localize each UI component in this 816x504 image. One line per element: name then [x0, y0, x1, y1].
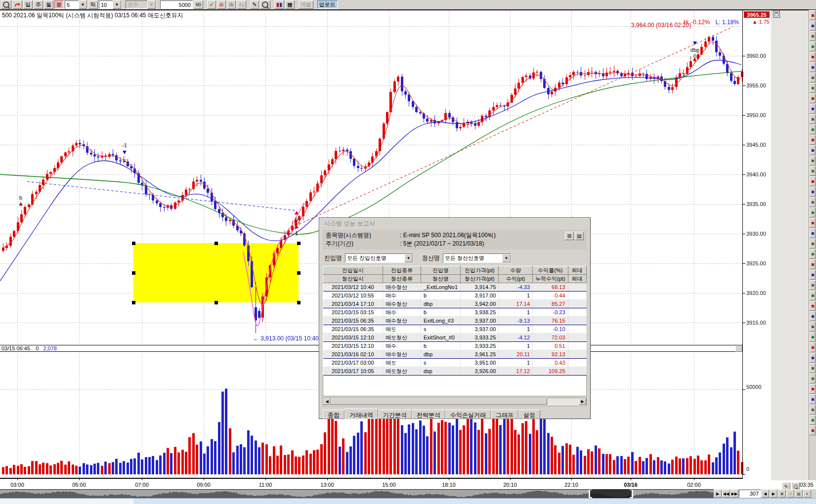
side-toolbar-button[interactable]	[810, 31, 816, 41]
upload-button[interactable]: 업로드	[317, 0, 338, 9]
grid-table-icon[interactable]: ▦	[285, 0, 294, 9]
side-toolbar-button[interactable]	[810, 425, 816, 435]
side-toolbar-button[interactable]	[810, 239, 816, 249]
dialog-titlebar[interactable]: 시스템 성능 보고서	[319, 218, 590, 229]
draw-chart-icon[interactable]: ✎	[250, 0, 259, 9]
trade-column-header[interactable]: 청산명	[421, 275, 460, 283]
scroll-left-icon[interactable]: ◀	[323, 398, 331, 405]
trade-row[interactable]: 2021/03/17 03:00매도s3,951.0010.43	[323, 359, 587, 367]
side-toolbar-button[interactable]	[810, 218, 816, 228]
bar-count-input[interactable]: 5000	[160, 0, 193, 9]
horizontal-scrollbar[interactable]: ◀ ▶	[323, 398, 587, 406]
side-toolbar-button[interactable]	[810, 249, 816, 259]
side-toolbar-button[interactable]	[810, 259, 816, 269]
trade-column-header[interactable]: 수익(pt)	[499, 275, 533, 283]
side-toolbar-button[interactable]	[810, 394, 816, 404]
navigator-canvas[interactable]	[0, 489, 714, 498]
chevron-down-icon[interactable]: ▼	[79, 0, 87, 9]
go-last-icon[interactable]: ▶	[770, 490, 777, 498]
candle-chart-icon[interactable]: ▮▮	[274, 0, 284, 9]
side-toolbar-button[interactable]	[810, 156, 816, 166]
trade-column-header[interactable]: 청산일시	[323, 275, 383, 283]
side-toolbar-button[interactable]	[810, 270, 816, 280]
side-toolbar-button[interactable]	[810, 342, 816, 352]
trade-row[interactable]: 2021/03/15 12:10매도청산ExitShort_#03,933.25…	[323, 334, 587, 342]
trade-row[interactable]: 2021/03/15 12:10매수b3,933.2510.51	[323, 342, 587, 350]
trade-column-header[interactable]: 최대	[568, 275, 586, 283]
side-toolbar-button[interactable]	[810, 405, 816, 415]
side-toolbar-button[interactable]	[810, 73, 816, 83]
side-toolbar-button[interactable]	[810, 135, 816, 145]
dialog-tab-수익손실거래[interactable]: 수익손실거래	[445, 410, 491, 419]
period-day-button[interactable]: 일	[23, 0, 33, 9]
side-toolbar-button[interactable]	[810, 62, 816, 72]
divider-button[interactable]	[735, 345, 742, 352]
exit-filter-combo[interactable]: 모든 청산신호명 ▼	[443, 253, 511, 263]
trade-row[interactable]: 2021/03/15 06:35매수청산ExitLong_#33,937.00-…	[323, 317, 587, 325]
dialog-tab-거래내역[interactable]: 거래내역	[344, 409, 378, 419]
trade-column-header[interactable]: 진입종류	[383, 266, 421, 275]
dialog-tab-기간분석[interactable]: 기간분석	[378, 410, 412, 419]
dialog-tab-종합[interactable]: 종합	[323, 410, 344, 419]
search-chart-icon[interactable]	[260, 0, 270, 9]
tick-button[interactable]: 틱	[88, 0, 98, 9]
side-toolbar-button[interactable]	[810, 332, 816, 342]
dialog-tab-설정[interactable]: 설정	[518, 410, 540, 419]
scrollbar-thumb[interactable]	[331, 398, 547, 405]
side-toolbar-button[interactable]	[810, 197, 816, 207]
volume-bars-icon[interactable]: ılı	[227, 0, 236, 9]
trade-row[interactable]: 2021/03/12 10:55매수b3,917.0010.44	[323, 292, 587, 300]
side-toolbar-button[interactable]	[810, 187, 816, 197]
side-toolbar-button[interactable]	[810, 83, 816, 93]
trade-row[interactable]: 2021/03/16 02:10매수청산dbp3,961.2520.1192.1…	[323, 350, 587, 359]
side-toolbar-button[interactable]	[810, 114, 816, 124]
side-toolbar-button[interactable]	[810, 280, 816, 290]
rewind-icon[interactable]: ◀◀	[722, 490, 730, 498]
volume-bars-red-icon[interactable]: ılı	[217, 0, 226, 9]
trade-column-header[interactable]: 수익률(%)	[533, 266, 568, 275]
copy-icon[interactable]: ⊞	[565, 232, 574, 240]
side-toolbar-button[interactable]	[810, 208, 816, 217]
trade-row[interactable]: 2021/03/17 10:05매도청산dsp3,926.0017.12109.…	[323, 367, 587, 376]
side-toolbar-button[interactable]	[810, 363, 816, 373]
chart-navigator[interactable]	[0, 489, 714, 498]
fast-forward-icon[interactable]: ▶▶	[730, 490, 738, 498]
trade-column-header[interactable]: 청산종류	[383, 275, 421, 283]
period-week-button[interactable]: 주	[34, 0, 43, 9]
system-performance-dialog[interactable]: 시스템 성능 보고서 종목명(시스템명) : E-mini SP 500 202…	[319, 217, 591, 419]
side-toolbar-button[interactable]	[810, 10, 816, 20]
minute-combo[interactable]: 5 ▼	[65, 0, 87, 9]
trade-column-header[interactable]: 청산가격(pt)	[461, 275, 499, 283]
trade-column-header[interactable]: 최대	[568, 266, 586, 275]
chevron-down-icon[interactable]: ▼	[404, 254, 413, 262]
side-toolbar-button[interactable]	[810, 415, 816, 425]
trade-column-header[interactable]: 누적수익(pt)	[533, 275, 568, 283]
trade-table[interactable]: 진입일시진입종류진입명진입가격(pt)수량수익률(%)최대청산일시청산종류청산명…	[323, 266, 587, 376]
signal-check-icon[interactable]: ✓	[207, 0, 216, 9]
trade-row[interactable]: 2021/03/15 06:35매도s3,937.001-0.10	[323, 325, 587, 334]
undo-icon[interactable]	[12, 0, 22, 9]
side-toolbar-button[interactable]	[810, 145, 816, 155]
side-toolbar-button[interactable]	[810, 176, 816, 186]
side-toolbar-button[interactable]	[810, 104, 816, 114]
period-month-button[interactable]: 월	[44, 0, 53, 9]
trade-row[interactable]: 2021/03/15 03:15매수b3,938.251-0.23	[323, 308, 587, 317]
go-first-icon[interactable]: ◀	[761, 490, 769, 498]
side-toolbar-button[interactable]	[810, 322, 816, 332]
close-icon[interactable]: ×	[803, 490, 811, 498]
side-toolbar-button[interactable]	[810, 291, 816, 300]
dialog-tab-전략분석[interactable]: 전략분석	[412, 410, 445, 419]
chevron-down-icon[interactable]: ▼	[502, 254, 511, 262]
print-icon[interactable]: ▤	[575, 232, 584, 240]
side-toolbar-button[interactable]	[810, 93, 816, 103]
trade-column-header[interactable]: 진입명	[421, 266, 460, 275]
bar-position-input[interactable]: 307	[739, 490, 761, 498]
dialog-tab-그래프[interactable]: 그래프	[491, 410, 518, 419]
tick-combo[interactable]: 10 ▼	[99, 0, 122, 9]
side-toolbar-button[interactable]	[810, 52, 816, 62]
restore-window-icon[interactable]	[773, 11, 780, 18]
side-toolbar-button[interactable]	[810, 42, 816, 51]
period-minute-button[interactable]: 분	[54, 0, 64, 9]
play-icon[interactable]: ▶	[714, 490, 722, 498]
chevron-down-icon[interactable]: ▼	[113, 0, 121, 9]
